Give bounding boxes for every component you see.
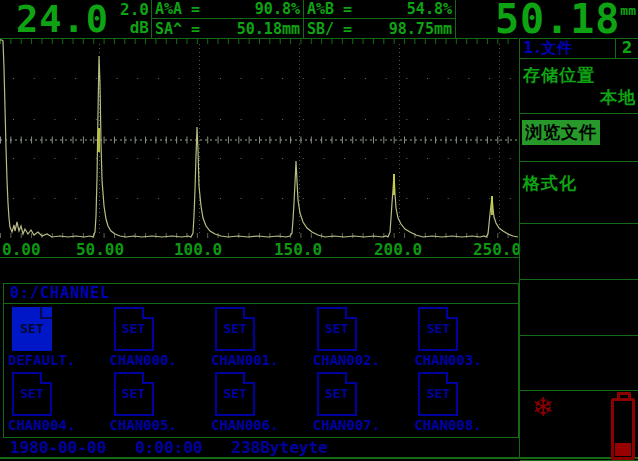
folded-corner-icon [446,372,458,384]
file-name: CHAN002. [313,352,380,368]
freeze-icon: ❄ [532,394,554,420]
file-item-chan006[interactable]: SET CHAN006. [211,372,313,434]
file-name: CHAN000. [110,352,177,368]
file-grid: SET DEFAULT. SET CHAN000. SET CHAN001. S… [4,304,518,434]
file-browser: 0:/CHANNEL SET DEFAULT. SET CHAN000. SET… [3,283,519,438]
folded-corner-icon [40,372,52,384]
status-time: 0:00:00 [135,438,202,457]
file-name: CHAN004. [8,417,75,433]
set-file-icon: SET [114,372,154,416]
folded-corner-icon [40,307,52,319]
status-date: 1980-00-00 [10,438,106,457]
folded-corner-icon [243,372,255,384]
measurement-sb: SB/ = 98.75mm [304,19,456,38]
folded-corner-icon [446,307,458,319]
set-file-icon: SET [215,372,255,416]
set-file-icon: SET [317,372,357,416]
measurement-label: A%B = [307,0,352,18]
menu-item-browse-files[interactable]: 浏览文件 [520,114,638,162]
ascan-plot [0,38,518,240]
file-name: DEFAULT. [8,352,75,368]
measurement-label: A%A = [155,0,200,18]
primary-reading: 50.18mm [495,0,636,42]
set-icon-label: SET [116,386,152,401]
set-icon-label: SET [14,386,50,401]
waveform-svg [0,38,518,240]
menu-item-value: 本地 [600,86,636,109]
menu-empty-slot [520,336,638,391]
measurement-readouts: A%A = 90.8% SA^ = 50.18mm A%B = 54.8% SB… [151,0,456,38]
set-icon-label: SET [420,321,456,336]
primary-reading-unit: mm [620,3,636,18]
folded-corner-icon [142,307,154,319]
file-item-chan005[interactable]: SET CHAN005. [110,372,212,434]
set-icon-label: SET [319,386,355,401]
menu-empty-slot [520,224,638,280]
set-icon-label: SET [14,321,50,336]
folded-corner-icon [345,307,357,319]
folded-corner-icon [142,372,154,384]
folded-corner-icon [345,372,357,384]
menu-item-label: 存储位置 [523,64,595,87]
sidebar-status-icons: ❄ [520,391,638,461]
set-file-icon: SET [418,307,458,351]
top-readout-bar: 24.0 2.0 dB A%A = 90.8% SA^ = 50.18mm A%… [0,0,638,38]
set-file-icon: SET [418,372,458,416]
file-item-chan003[interactable]: SET CHAN003. [414,307,516,369]
measurement-value: 50.18mm [200,20,300,38]
menu-sidebar: 1.文件 2 存储位置 本地 浏览文件 格式化 ❄ [519,38,638,458]
status-bar: 1980-00-00 0:00:00 238Byteyte [0,438,530,457]
gain-step-and-unit: 2.0 dB [113,1,149,37]
battery-terminal [617,392,631,399]
menu-item-label: 格式化 [523,172,577,195]
battery-icon [611,398,635,460]
file-item-chan007[interactable]: SET CHAN007. [313,372,415,434]
file-path: 0:/CHANNEL [4,284,518,304]
file-name: CHAN008. [414,417,481,433]
measurement-a-pct-b: A%B = 54.8% [304,0,456,19]
device-screen: 24.0 2.0 dB A%A = 90.8% SA^ = 50.18mm A%… [0,0,638,461]
menu-empty-slot [520,280,638,336]
gain-step-value: 2.0 [113,1,149,19]
set-file-icon: SET [317,307,357,351]
measurement-value: 54.8% [352,0,452,18]
set-icon-label: SET [217,321,253,336]
set-file-icon: SET [215,307,255,351]
menu-page-indicator: 2 [615,39,638,58]
set-icon-label: SET [217,386,253,401]
file-item-chan008[interactable]: SET CHAN008. [414,372,516,434]
measurement-label: SA^ = [155,20,200,38]
battery-level-fill [615,443,631,456]
measurement-label: SB/ = [307,20,352,38]
file-item-chan004[interactable]: SET CHAN004. [8,372,110,434]
gain-unit: dB [113,19,149,37]
file-item-chan002[interactable]: SET CHAN002. [313,307,415,369]
measurement-value: 90.8% [200,0,300,18]
menu-item-format[interactable]: 格式化 [520,162,638,224]
set-file-icon: SET [12,372,52,416]
file-name: CHAN001. [211,352,278,368]
gain-value: 24.0 [16,0,109,41]
file-item-chan000[interactable]: SET CHAN000. [110,307,212,369]
measurement-sa: SA^ = 50.18mm [152,19,304,38]
file-item-chan001[interactable]: SET CHAN001. [211,307,313,369]
set-icon-label: SET [420,386,456,401]
primary-reading-value: 50.18 [495,0,620,42]
set-icon-label: SET [116,321,152,336]
divider-line [0,257,520,258]
status-file-size: 238Byteyte [232,438,328,457]
menu-header: 1.文件 2 [520,38,638,59]
menu-item-label-selected: 浏览文件 [522,120,600,145]
measurement-a-pct-a: A%A = 90.8% [152,0,304,19]
menu-title: 1.文件 [520,39,615,58]
file-name: CHAN006. [211,417,278,433]
file-name: CHAN003. [414,352,481,368]
set-file-icon: SET [114,307,154,351]
file-name: CHAN007. [313,417,380,433]
menu-item-storage-location[interactable]: 存储位置 本地 [520,59,638,114]
file-item-default[interactable]: SET DEFAULT. [8,307,110,369]
file-name: CHAN005. [110,417,177,433]
set-icon-label: SET [319,321,355,336]
set-file-icon: SET [12,307,52,351]
folded-corner-icon [243,307,255,319]
